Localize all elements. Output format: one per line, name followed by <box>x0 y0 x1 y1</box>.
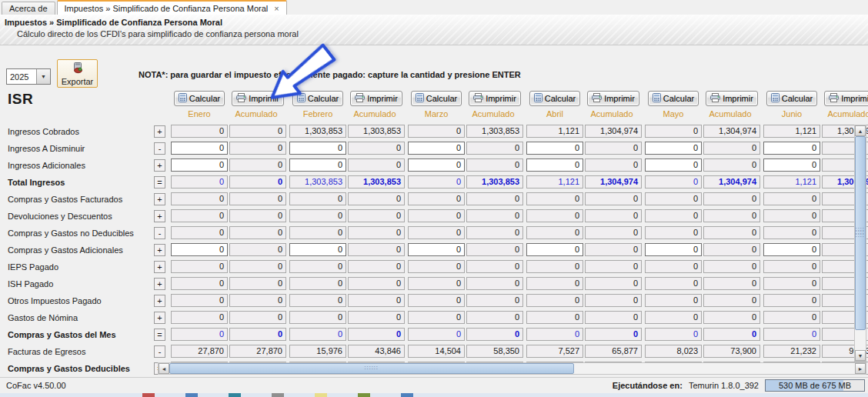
cell-month[interactable]: 0 <box>763 158 820 172</box>
row-label: Total Ingresos <box>0 178 154 187</box>
cell-month: 21,232 <box>763 345 820 358</box>
cell-pair: 00 <box>171 294 286 307</box>
cell-month: 0 <box>526 192 583 205</box>
horizontal-scroll-thumb[interactable]: ∷∷∷ <box>169 363 574 374</box>
memory-indicator[interactable]: 530 MB de 675 MB <box>765 379 865 392</box>
cell-month[interactable]: 0 <box>289 142 346 155</box>
calculate-button[interactable]: Calcular <box>292 91 343 106</box>
print-button[interactable]: Imprimir <box>824 91 868 106</box>
cell-month: 0 <box>408 192 465 205</box>
print-button[interactable]: Imprimir <box>706 91 758 106</box>
cell-month[interactable]: 0 <box>171 243 228 256</box>
calculate-button[interactable]: Calcular <box>648 91 699 106</box>
print-button-label: Imprimir <box>841 94 868 103</box>
month-column-pair: Calcular Imprimir Febrero Acumulado <box>289 91 405 118</box>
calculate-button[interactable]: Calcular <box>529 91 580 106</box>
year-select[interactable]: 2025 ▼ <box>6 68 51 85</box>
calculate-button[interactable]: Calcular <box>411 91 462 106</box>
cell-pair: 00 <box>763 226 868 239</box>
scroll-right-icon[interactable]: ► <box>855 363 866 374</box>
row-cells: 001,303,8531,303,85301,303,8531,1211,304… <box>171 175 868 188</box>
calculate-button-label: Calcular <box>308 94 339 103</box>
horizontal-scrollbar[interactable]: ◄ ∷∷∷ ► <box>158 362 866 375</box>
cell-acumulado: 0 <box>348 277 405 290</box>
cell-acumulado: 0 <box>585 158 642 172</box>
row-cells: 000000000000 <box>171 311 868 324</box>
memory-text: 530 MB de 675 MB <box>766 380 864 391</box>
cell-month: 0 <box>526 328 583 341</box>
cell-month[interactable]: 0 <box>526 142 583 155</box>
cell-acumulado: 0 <box>348 294 405 307</box>
calculate-button-label: Calcular <box>782 94 813 103</box>
chevron-down-icon[interactable]: ▼ <box>36 69 50 84</box>
cell-acumulado: 0 <box>229 192 286 205</box>
cell-month[interactable]: 0 <box>171 158 228 172</box>
row-operator: + <box>154 193 165 205</box>
horizontal-scroll-track[interactable] <box>574 363 855 374</box>
cell-month[interactable]: 0 <box>763 142 820 155</box>
scroll-down-icon[interactable]: ▼ <box>855 350 866 361</box>
cell-month[interactable]: 0 <box>645 243 702 256</box>
taskbar-app-icon <box>229 393 241 397</box>
cell-acumulado: 0 <box>703 260 760 273</box>
cell-acumulado: 0 <box>229 260 286 273</box>
cell-pair: 00 <box>408 294 523 307</box>
table-row: Total Ingresos = 001,303,8531,303,85301,… <box>0 175 868 188</box>
cell-acumulado: 0 <box>585 260 642 273</box>
cell-acumulado: 1,304,974 <box>585 175 642 188</box>
cell-month[interactable]: 0 <box>408 142 465 155</box>
cell-month[interactable]: 0 <box>763 243 820 256</box>
cell-pair: 00 <box>289 209 405 222</box>
print-button[interactable]: Imprimir <box>469 91 521 106</box>
column-headers: Calcular Imprimir Enero Acumulado <box>171 91 868 118</box>
cell-month: 0 <box>408 311 465 324</box>
row-label: Compras y Gastos del Mes <box>0 330 154 339</box>
scroll-left-icon[interactable]: ◄ <box>159 363 169 374</box>
print-button-label: Imprimir <box>486 94 516 103</box>
print-button[interactable]: Imprimir <box>232 91 284 106</box>
scroll-up-icon[interactable]: ▲ <box>855 125 866 136</box>
vertical-scroll-track[interactable] <box>855 330 866 350</box>
cell-acumulado: 0 <box>348 158 405 172</box>
cell-acumulado: 0 <box>466 311 523 324</box>
cell-acumulado: 1,303,853 <box>348 175 405 188</box>
cell-month[interactable]: 0 <box>408 243 465 256</box>
cell-month[interactable]: 0 <box>645 142 702 155</box>
cell-month[interactable]: 0 <box>408 158 465 172</box>
cell-month[interactable]: 0 <box>526 158 583 172</box>
cell-month[interactable]: 0 <box>645 158 702 172</box>
close-tab-icon[interactable]: × <box>274 5 279 12</box>
tab-bar: Acerca de Impuestos » Simplificado de Co… <box>0 0 868 15</box>
cell-acumulado: 0 <box>229 142 286 155</box>
row-operator: + <box>154 159 165 172</box>
cell-acumulado: 1,304,974 <box>703 175 760 188</box>
calculator-icon <box>653 93 661 104</box>
tab-impuestos-simplificado[interactable]: Impuestos » Simplificado de Confianza Pe… <box>57 0 287 15</box>
row-operator: + <box>154 244 165 256</box>
cell-month[interactable]: 0 <box>526 243 583 256</box>
cell-month[interactable]: 0 <box>289 243 346 256</box>
export-button[interactable]: Exportar <box>57 59 98 88</box>
tab-acerca-de[interactable]: Acerca de <box>2 2 55 15</box>
row-cells: 000000000000 <box>171 277 868 290</box>
print-button[interactable]: Imprimir <box>587 91 639 106</box>
vertical-scrollbar[interactable]: ▲ ∷∷∷∷∷∷ ▼ <box>854 125 866 362</box>
row-operator: - <box>154 142 165 155</box>
table-row: Devoluciones y Descuentos + 000000000000 <box>0 209 868 222</box>
cell-acumulado: 0 <box>348 311 405 324</box>
cell-month: 0 <box>408 226 465 239</box>
cell-month: 0 <box>763 209 820 222</box>
cell-month: 0 <box>645 226 702 239</box>
calculate-button[interactable]: Calcular <box>766 91 817 106</box>
vertical-scroll-thumb[interactable]: ∷∷∷∷∷∷ <box>855 136 866 330</box>
cell-month: 0 <box>763 277 820 290</box>
row-operator: + <box>154 125 165 138</box>
cell-month[interactable]: 0 <box>171 142 228 155</box>
cell-pair: 00 <box>763 192 868 205</box>
print-button[interactable]: Imprimir <box>350 91 402 106</box>
cell-acumulado: 0 <box>348 328 405 341</box>
cell-acumulado: 0 <box>585 277 642 290</box>
calculate-button[interactable]: Calcular <box>174 91 225 106</box>
cell-month[interactable]: 0 <box>289 158 346 172</box>
running-on-label: Ejecutándose en: <box>613 381 683 390</box>
